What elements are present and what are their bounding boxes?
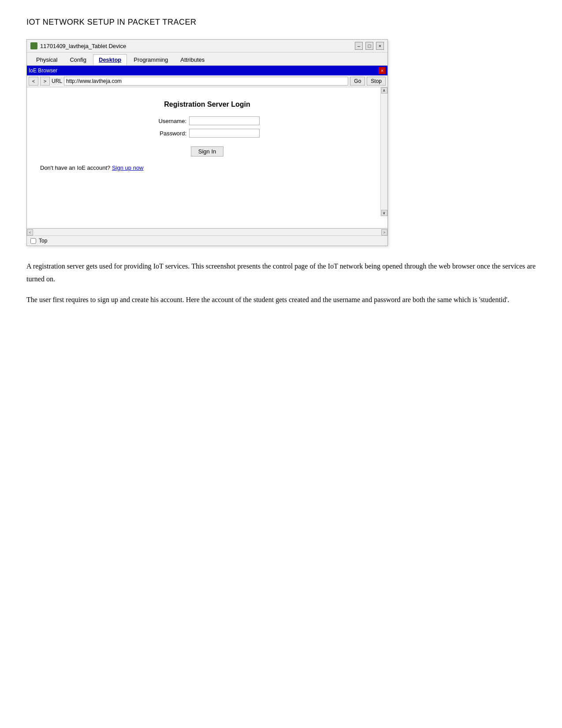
browser-title: IoE Browser	[27, 66, 387, 75]
tabs-bar: Physical Config Desktop Programming Attr…	[27, 52, 387, 66]
tab-programming[interactable]: Programming	[128, 54, 174, 65]
sign-in-row: Sign In	[36, 141, 379, 157]
packet-tracer-window: 11701409_lavtheja_Tablet Device – □ × Ph…	[26, 39, 388, 246]
body-paragraph-2: The user first requires to sign up and c…	[26, 294, 536, 306]
top-checkbox-bar: Top	[27, 235, 387, 246]
window-title-left: 11701409_lavtheja_Tablet Device	[30, 42, 126, 49]
page-title: IOT NETWORK SETUP IN PACKET TRACER	[26, 18, 536, 27]
scroll-right-arrow[interactable]: >	[381, 229, 387, 235]
scroll-left-arrow[interactable]: <	[27, 229, 33, 235]
window-controls: – □ ×	[355, 42, 384, 50]
login-container: Registration Server Login Username: Pass…	[36, 96, 379, 157]
signup-static-text: Don't have an IoE account?	[40, 164, 110, 171]
top-label: Top	[39, 238, 47, 244]
minimize-button[interactable]: –	[355, 42, 363, 50]
login-title: Registration Server Login	[36, 101, 379, 108]
password-row: Password:	[36, 129, 379, 138]
username-label: Username:	[155, 118, 186, 124]
window-titlebar: 11701409_lavtheja_Tablet Device – □ ×	[27, 40, 387, 52]
signup-text-area: Don't have an IoE account? Sign up now	[36, 164, 379, 171]
window-icon	[30, 42, 37, 49]
tab-desktop[interactable]: Desktop	[93, 54, 127, 65]
browser-toolbar: IoE Browser ×	[27, 66, 387, 75]
username-input[interactable]	[189, 116, 260, 125]
browser-content: Registration Server Login Username: Pass…	[27, 87, 387, 228]
signup-link[interactable]: Sign up now	[112, 164, 144, 171]
browser-content-area: Registration Server Login Username: Pass…	[27, 87, 387, 228]
forward-button[interactable]: >	[40, 77, 50, 86]
browser-close-button[interactable]: ×	[379, 67, 386, 74]
body-text-area: A registration server gets used for prov…	[26, 260, 536, 306]
sign-in-button[interactable]: Sign In	[191, 146, 223, 157]
close-button[interactable]: ×	[376, 42, 384, 50]
scroll-up-arrow[interactable]: ∧	[381, 87, 387, 93]
go-button[interactable]: Go	[350, 77, 365, 86]
username-row: Username:	[36, 116, 379, 125]
tab-attributes[interactable]: Attributes	[175, 54, 210, 65]
scroll-down-arrow[interactable]: ∨	[381, 210, 387, 216]
password-label: Password:	[155, 130, 186, 137]
back-button[interactable]: <	[29, 77, 38, 86]
tab-config[interactable]: Config	[64, 54, 92, 65]
nav-row: < > URL Go Stop	[27, 75, 387, 87]
body-paragraph-1: A registration server gets used for prov…	[26, 260, 536, 286]
url-input[interactable]	[64, 77, 348, 86]
browser-tab-label: IoE Browser	[29, 67, 57, 74]
url-label: URL	[52, 78, 62, 84]
right-scrollbar[interactable]: ∧ ∨	[380, 87, 387, 216]
password-input[interactable]	[189, 129, 260, 138]
top-checkbox[interactable]	[30, 238, 36, 244]
window-title-text: 11701409_lavtheja_Tablet Device	[40, 43, 126, 49]
stop-button[interactable]: Stop	[367, 77, 386, 86]
bottom-scrollbar: < >	[27, 228, 387, 235]
maximize-button[interactable]: □	[365, 42, 373, 50]
tab-physical[interactable]: Physical	[30, 54, 63, 65]
